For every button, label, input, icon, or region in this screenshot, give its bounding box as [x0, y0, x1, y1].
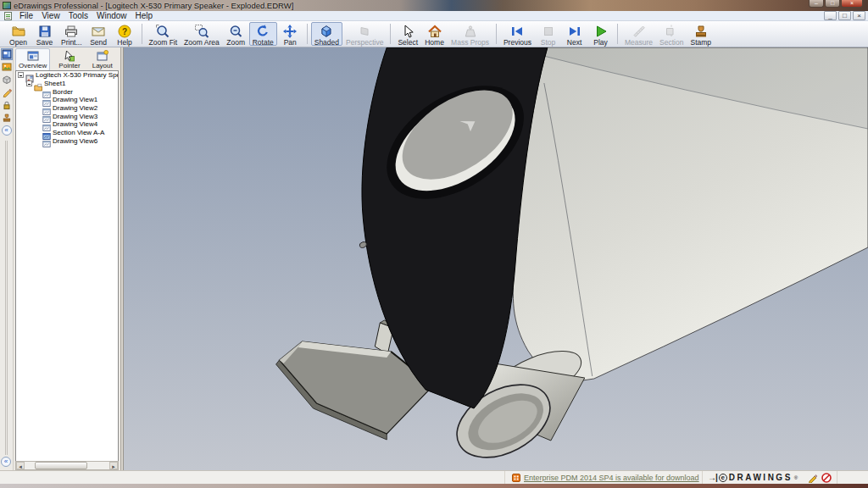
toolbar-separator — [390, 24, 391, 44]
cursor-icon — [400, 24, 415, 39]
rotate-button[interactable]: Rotate — [249, 22, 277, 46]
menu-bar: FileViewToolsWindowHelp _□× — [0, 11, 868, 21]
window-maximize-button[interactable]: □ — [825, 0, 840, 8]
menu-view[interactable]: View — [37, 11, 64, 21]
app-icon[interactable] — [3, 2, 11, 9]
pencil-icon[interactable] — [1, 86, 13, 98]
tree-panel-icon[interactable] — [1, 48, 13, 60]
toolbar-button-label: Select — [398, 39, 418, 47]
child-close-button[interactable]: × — [853, 11, 865, 20]
select-button[interactable]: Select — [394, 22, 421, 46]
tree-item-label: Logitech X-530 Primary Speaker - E — [36, 71, 119, 79]
panel-splitter-track[interactable] — [5, 141, 8, 455]
toolbar-button-label: Rotate — [253, 39, 274, 47]
tab-overview[interactable]: Overview — [15, 48, 50, 71]
open-button[interactable]: Open — [5, 22, 31, 46]
view-selected-icon — [42, 129, 51, 137]
update-link[interactable]: Enterprise PDM 2014 SP4 is available for… — [524, 474, 699, 482]
zoom-fit-button[interactable]: Zoom Fit — [146, 22, 181, 46]
toolbar-button-label: Perspective — [346, 39, 383, 47]
open-folder-icon — [11, 24, 26, 39]
menu-tools[interactable]: Tools — [64, 11, 92, 21]
tree-item-drawing-view4[interactable]: Drawing View4 — [16, 120, 118, 129]
print-button[interactable]: Print... — [58, 22, 86, 46]
send-button[interactable]: Send — [86, 22, 112, 46]
window-minimize-button[interactable]: – — [809, 0, 824, 8]
scroll-left-arrow[interactable]: ◂ — [16, 462, 25, 469]
next-button[interactable]: Next — [561, 22, 587, 46]
home-button[interactable]: Home — [421, 22, 448, 46]
viewport-3d[interactable] — [124, 47, 868, 470]
tree-item-drawing-view2[interactable]: Drawing View2 — [16, 104, 118, 113]
section-icon — [664, 24, 679, 39]
toolbar-button-label: Zoom Area — [184, 39, 220, 47]
zoom-area-icon — [194, 24, 209, 39]
rotate-icon — [255, 24, 270, 39]
window-close-button[interactable]: × — [841, 0, 863, 8]
lock-icon[interactable] — [1, 99, 13, 111]
caption-buttons: –□× — [809, 0, 863, 8]
update-notification[interactable]: Enterprise PDM 2014 SP4 is available for… — [505, 474, 702, 482]
stamp-button[interactable]: Stamp — [687, 22, 715, 46]
tree-expander[interactable] — [26, 80, 32, 86]
tree-item-border[interactable]: Border — [16, 87, 118, 96]
tree-item-drawing-view1[interactable]: Drawing View1 — [16, 96, 118, 104]
previous-icon — [509, 24, 525, 39]
markup-pencil-icon[interactable] — [808, 473, 818, 483]
tree-item-drawing-view6[interactable]: Drawing View6 — [16, 137, 118, 146]
layout-tab-icon — [97, 50, 108, 62]
speaker-exploded-model[interactable] — [124, 47, 868, 470]
toolbar-button-label: Measure — [625, 39, 653, 47]
scrollbar-thumb[interactable] — [35, 462, 87, 469]
shaded-button[interactable]: Shaded — [311, 22, 342, 46]
main-toolbar: OpenSavePrint...Send?HelpZoom FitZoom Ar… — [0, 21, 868, 47]
toolbar-button-label: Open — [9, 39, 27, 47]
collapse-panel-button[interactable]: « — [2, 125, 12, 136]
menu-help[interactable]: Help — [131, 11, 158, 21]
child-minimize-button[interactable]: _ — [824, 11, 837, 20]
menu-window[interactable]: Window — [92, 11, 131, 21]
tree-horizontal-scrollbar[interactable]: ◂ ▸ — [15, 461, 119, 470]
toolbar-button-label: Shaded — [314, 39, 339, 47]
image-icon[interactable] — [1, 61, 13, 73]
status-bar: Enterprise PDM 2014 SP4 is available for… — [0, 470, 868, 484]
tree-item-logitech-x-530-primary-speaker-e[interactable]: Logitech X-530 Primary Speaker - E — [16, 71, 118, 80]
tree-item-sheet1[interactable]: Sheet1 — [16, 80, 118, 88]
title-bar[interactable]: eDrawings Professional - [Logitech X-530… — [0, 0, 868, 11]
disabled-markup-icon[interactable] — [821, 473, 832, 483]
document-icon[interactable] — [4, 12, 12, 20]
help-button[interactable]: ?Help — [112, 22, 138, 46]
zoom-area-button[interactable]: Zoom Area — [181, 22, 223, 46]
tree-expander[interactable] — [18, 72, 24, 78]
child-window-buttons: _□× — [824, 11, 865, 20]
zoom-icon — [228, 24, 243, 39]
tree-item-label: Sheet1 — [44, 80, 65, 87]
app-window: eDrawings Professional - [Logitech X-530… — [0, 0, 868, 488]
side-icon-strip: « « — [0, 47, 14, 470]
box-icon[interactable] — [1, 74, 13, 86]
scrollbar-track[interactable] — [25, 462, 109, 469]
zoom-fit-icon — [155, 24, 170, 39]
tab-pointer[interactable]: Pointer — [55, 48, 83, 71]
play-button[interactable]: Play — [587, 22, 614, 46]
save-button[interactable]: Save — [31, 22, 58, 46]
tab-layout[interactable]: Layout — [89, 48, 116, 71]
zoom-button[interactable]: Zoom — [223, 22, 249, 46]
pdm-update-icon — [512, 474, 520, 482]
stamp-tool-icon[interactable] — [1, 112, 13, 124]
pan-button[interactable]: Pan — [277, 22, 303, 46]
tree-item-drawing-view3[interactable]: Drawing View3 — [16, 112, 118, 120]
tab-label: Pointer — [58, 62, 80, 69]
perspective-button: Perspective — [342, 22, 387, 46]
scroll-right-arrow[interactable]: ▸ — [109, 462, 118, 469]
previous-button[interactable]: Previous — [500, 22, 535, 46]
measure-icon — [632, 24, 647, 39]
collapse-panel-button-bottom[interactable]: « — [1, 457, 11, 467]
menu-file[interactable]: File — [15, 11, 37, 21]
child-restore-button[interactable]: □ — [838, 11, 851, 20]
toolbar-button-label: Print... — [61, 39, 82, 47]
toolbar-button-label: Pan — [284, 39, 297, 47]
section-button: Section — [656, 22, 687, 46]
tree-item-section-view-a-a[interactable]: Section View A-A — [16, 129, 118, 137]
view-icon — [42, 104, 51, 113]
